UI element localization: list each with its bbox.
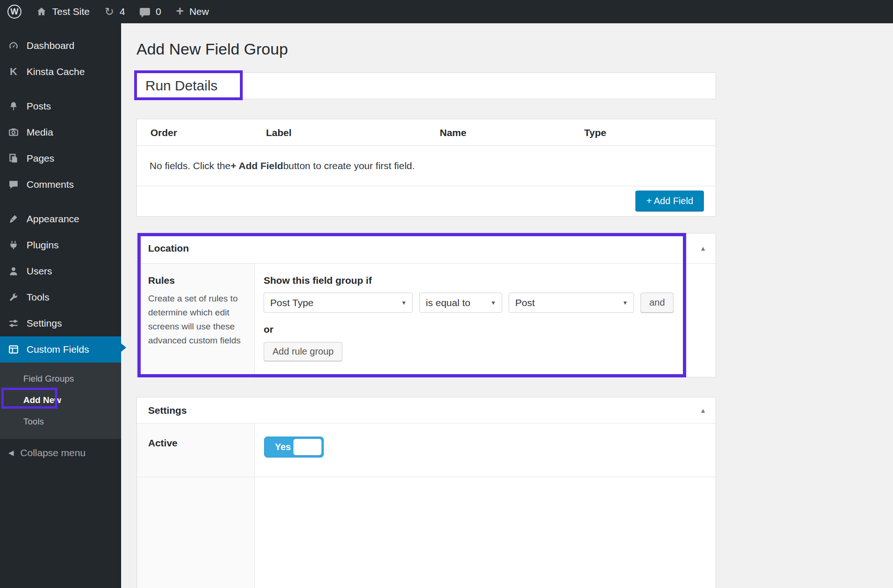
active-toggle[interactable]: Yes xyxy=(264,437,324,458)
sidebar-item-custom-fields[interactable]: Custom Fields xyxy=(0,336,121,362)
settings-metabox: Settings ▲ Active Yes xyxy=(136,397,716,588)
chevron-down-icon: ▼ xyxy=(491,300,496,306)
location-title: Location xyxy=(148,243,189,254)
add-field-button[interactable]: + Add Field xyxy=(635,191,704,211)
collapse-menu-label: Collapse menu xyxy=(20,447,86,458)
rule-param-select[interactable]: Post Type ▼ xyxy=(264,293,413,313)
new-label: New xyxy=(189,6,209,17)
rule-row: Post Type ▼ is equal to ▼ Post ▼ and xyxy=(264,293,716,313)
and-button[interactable]: and xyxy=(641,293,674,313)
sidebar-item-label: Plugins xyxy=(27,239,59,251)
no-fields-bold: + Add Field xyxy=(231,160,283,171)
rule-param-value: Post Type xyxy=(270,297,314,308)
location-metabox: Location ▲ Rules Create a set of rules t… xyxy=(136,233,716,377)
sidebar-item-dashboard[interactable]: Dashboard xyxy=(0,33,121,59)
sidebar-item-settings[interactable]: Settings xyxy=(0,310,121,336)
sidebar-item-label: Posts xyxy=(27,101,51,112)
sidebar-item-label: Media xyxy=(27,127,53,138)
location-header: Location ▲ xyxy=(137,233,716,264)
update-icon: ↻ xyxy=(105,6,114,17)
or-label: or xyxy=(264,324,716,335)
collapse-panel-icon[interactable]: ▲ xyxy=(700,397,706,423)
user-icon xyxy=(7,266,20,276)
settings-header: Settings ▲ xyxy=(137,397,716,424)
no-fields-text: No fields. Click the xyxy=(150,160,231,171)
sliders-icon xyxy=(7,318,20,328)
sidebar-item-label: Dashboard xyxy=(27,40,75,51)
chevron-down-icon: ▼ xyxy=(401,300,407,306)
comments-menu[interactable]: 0 xyxy=(132,0,169,23)
fields-metabox: Order Label Name Type No fields. Click t… xyxy=(136,119,716,217)
sidebar-separator xyxy=(0,198,121,206)
collapse-menu-button[interactable]: ◀ Collapse menu xyxy=(0,442,121,464)
sidebar-item-field-groups[interactable]: Field Groups xyxy=(0,368,121,390)
kinsta-icon: K xyxy=(7,67,20,77)
comment-icon xyxy=(140,8,150,15)
sidebar-item-acf-tools[interactable]: Tools xyxy=(0,411,121,432)
column-header-type: Type xyxy=(584,119,606,146)
no-fields-text: button to create your first field. xyxy=(283,160,415,171)
toggle-on-label: Yes xyxy=(275,442,291,452)
toggle-knob xyxy=(293,439,321,455)
plug-icon xyxy=(7,240,20,250)
rules-description: Create a set of rules to determine which… xyxy=(148,292,247,348)
sidebar-item-label: Kinsta Cache xyxy=(27,66,85,77)
no-fields-message: No fields. Click the + Add Field button … xyxy=(137,146,716,186)
collapse-panel-icon[interactable]: ▲ xyxy=(700,233,706,263)
fields-table-header: Order Label Name Type xyxy=(137,119,716,146)
wordpress-admin-screen: W Test Site ↻ 4 0 + New Dashboard xyxy=(0,0,893,588)
custom-fields-icon xyxy=(7,344,20,355)
sidebar-item-plugins[interactable]: Plugins xyxy=(0,232,121,258)
home-icon xyxy=(36,7,47,17)
sidebar-item-tools[interactable]: Tools xyxy=(0,284,121,310)
media-icon xyxy=(7,127,20,137)
sidebar-item-appearance[interactable]: Appearance xyxy=(0,206,121,232)
next-setting-row xyxy=(137,477,716,588)
settings-title: Settings xyxy=(148,405,187,416)
next-setting-control-column xyxy=(255,477,716,588)
next-setting-label-column xyxy=(137,477,255,588)
sidebar-item-label: Settings xyxy=(27,318,62,329)
sidebar-item-label: Comments xyxy=(27,179,74,190)
wordpress-logo-menu[interactable]: W xyxy=(0,0,29,23)
rule-value-value: Post xyxy=(515,297,535,308)
sidebar-item-kinsta-cache[interactable]: K Kinsta Cache xyxy=(0,59,121,85)
rule-operator-select[interactable]: is equal to ▼ xyxy=(419,293,502,313)
column-header-name: Name xyxy=(440,119,466,146)
fields-table-footer: + Add Field xyxy=(137,186,716,216)
sidebar-item-media[interactable]: Media xyxy=(0,119,121,145)
page-title: Add New Field Group xyxy=(136,40,288,58)
sidebar-item-label: Custom Fields xyxy=(27,344,89,355)
brush-icon xyxy=(7,214,20,224)
field-group-title-input[interactable] xyxy=(136,72,716,99)
comments-count: 0 xyxy=(156,6,161,17)
rule-operator-value: is equal to xyxy=(426,297,470,308)
sidebar-spacer xyxy=(0,23,121,33)
sidebar-item-pages[interactable]: Pages xyxy=(0,145,121,171)
site-name-menu[interactable]: Test Site xyxy=(29,0,97,23)
pages-icon xyxy=(7,153,20,164)
comments-icon xyxy=(7,179,20,190)
sidebar-item-label: Users xyxy=(27,266,52,277)
active-setting-control: Yes xyxy=(255,424,716,477)
sidebar-item-add-new[interactable]: Add New xyxy=(0,390,121,411)
admin-bar: W Test Site ↻ 4 0 + New xyxy=(0,0,893,23)
sidebar-item-comments[interactable]: Comments xyxy=(0,171,121,198)
active-label: Active xyxy=(137,424,255,477)
updates-menu[interactable]: ↻ 4 xyxy=(97,0,133,23)
new-content-menu[interactable]: + New xyxy=(169,0,216,23)
active-menu-arrow xyxy=(121,343,126,352)
rule-value-select[interactable]: Post ▼ xyxy=(509,293,634,313)
rules-title: Rules xyxy=(148,275,246,286)
custom-fields-submenu: Field Groups Add New Tools xyxy=(0,362,121,439)
sidebar-separator xyxy=(0,85,121,93)
sidebar-item-label: Tools xyxy=(27,292,49,303)
site-name-label: Test Site xyxy=(52,6,90,17)
main-content: Add New Field Group Order Label Name Typ… xyxy=(121,23,893,588)
updates-count: 4 xyxy=(120,6,125,17)
sidebar-item-users[interactable]: Users xyxy=(0,258,121,284)
sidebar-item-label: Appearance xyxy=(27,213,79,225)
plus-icon: + xyxy=(176,4,184,19)
sidebar-item-posts[interactable]: Posts xyxy=(0,93,121,119)
add-rule-group-button[interactable]: Add rule group xyxy=(264,342,342,361)
